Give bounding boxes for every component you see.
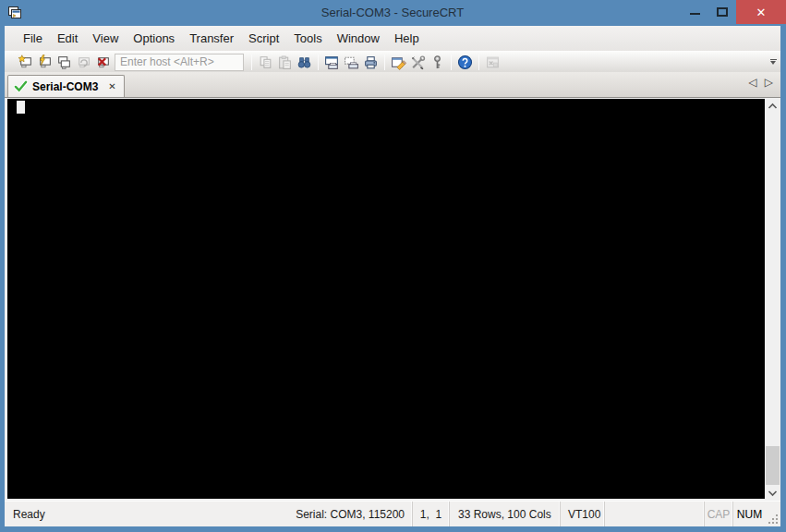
toolbar-overflow-icon [770,59,777,60]
status-caps-lock-indicator: CAP [704,502,732,526]
status-empty-pane [604,502,704,526]
session-manager-button [483,53,502,72]
disconnect-icon [95,54,111,70]
copy-button [256,53,275,72]
terminal-cursor [17,101,25,114]
scrollbar-thumb[interactable] [766,446,780,485]
vertical-scrollbar[interactable] [765,98,780,501]
find-button[interactable] [295,53,314,72]
scroll-up-button[interactable] [765,98,780,114]
menu-item-tools[interactable]: Tools [286,28,329,49]
maximize-icon [717,7,728,17]
scroll-down-button[interactable] [765,485,780,501]
toolbar-separator [478,54,479,70]
global-options-button[interactable] [408,53,428,72]
close-icon: ✕ [756,6,767,19]
toolbar-separator [384,54,385,70]
print-button[interactable] [361,53,381,72]
connect-icon [18,54,33,70]
menu-item-options[interactable]: Options [126,28,182,49]
close-button[interactable]: ✕ [736,0,786,24]
maximize-button[interactable] [708,0,736,22]
tab-close-icon[interactable]: ✕ [108,81,115,91]
print-screen-button[interactable] [322,53,342,72]
quick-connect-icon [37,54,53,70]
menu-item-edit[interactable]: Edit [50,28,85,49]
toolbar-separator [251,54,252,70]
status-bar: Ready Serial: COM3, 115200 1, 1 33 Rows,… [5,501,780,526]
tab-label: Serial-COM3 [32,80,98,93]
chevron-up-icon [768,103,778,110]
disconnect-button[interactable] [93,53,113,72]
global-options-icon [410,54,426,70]
status-cursor-position: 1, 1 [412,502,449,526]
window-title: Serial-COM3 - SecureCRT [5,6,780,19]
connect-button[interactable] [16,53,35,72]
key-generator-button[interactable] [428,53,447,72]
resize-grip[interactable] [766,502,780,526]
resize-grip-icon [768,514,779,525]
chevron-down-icon [768,490,778,497]
session-options-icon [391,54,406,70]
print-selection-icon [344,54,359,70]
minimize-icon [690,13,700,15]
status-connection: Serial: COM3, 115200 [296,502,412,526]
menu-item-file[interactable]: File [16,28,50,49]
titlebar: Serial-COM3 - SecureCRT ✕ [5,0,780,26]
toolbar-separator [451,54,452,70]
tab-scroll-buttons: ◁ ▷ [749,77,773,88]
menu-item-view[interactable]: View [85,28,126,49]
app-window: Serial-COM3 - SecureCRT ✕ File Edit View… [0,0,786,532]
key-generator-icon [429,54,445,70]
connect-in-tab-icon [56,54,72,70]
scrollbar-track[interactable] [765,114,780,485]
tab-bar: Serial-COM3 ✕ ◁ ▷ [5,72,780,97]
host-input[interactable] [115,54,244,71]
connect-in-tab-button[interactable] [54,53,74,72]
status-screen-size: 33 Rows, 100 Cols [449,502,560,526]
menu-item-help[interactable]: Help [387,28,427,49]
paste-icon [277,54,293,70]
session-manager-icon [485,54,501,70]
terminal-screen[interactable] [7,99,765,499]
print-selection-button[interactable] [342,53,361,72]
tab-scroll-left-icon[interactable]: ◁ [749,77,757,88]
copy-icon [258,54,273,70]
reconnect-button [74,53,93,72]
window-controls: ✕ [681,0,786,24]
menu-item-transfer[interactable]: Transfer [182,28,241,49]
quick-connect-button[interactable] [35,53,54,72]
menu-item-script[interactable]: Script [241,28,286,49]
menu-item-window[interactable]: Window [330,28,387,49]
status-ready: Ready [5,502,296,526]
toolbar-overflow-button[interactable] [767,59,780,65]
paste-button [275,53,295,72]
session-options-button[interactable] [389,53,408,72]
terminal-container [5,97,780,501]
tab-scroll-right-icon[interactable]: ▷ [765,77,773,88]
print-screen-icon [324,54,340,70]
menubar: File Edit View Options Transfer Script T… [5,26,780,51]
find-icon [296,54,312,70]
status-num-lock-indicator: NUM [732,502,766,526]
toolbar [5,51,780,72]
help-icon [457,54,473,70]
reconnect-icon [76,54,91,70]
tab-serial-com3[interactable]: Serial-COM3 ✕ [7,75,125,97]
connected-check-icon [14,79,28,93]
toolbar-separator [318,54,319,70]
status-emulation: VT100 [560,502,604,526]
print-icon [363,54,379,70]
help-button[interactable] [455,53,475,72]
minimize-button[interactable] [681,0,708,22]
